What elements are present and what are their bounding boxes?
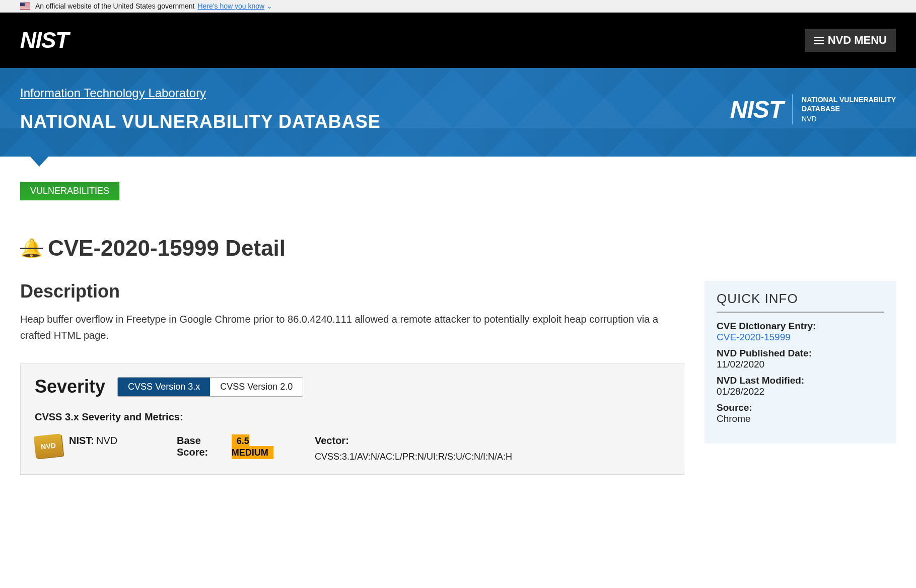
- nist-logo-banner: NIST: [730, 96, 783, 123]
- nvd-label-line2: DATABASE: [802, 104, 896, 113]
- itl-link[interactable]: Information Technology Laboratory: [20, 86, 206, 100]
- severity-panel: Severity CVSS Version 3.x CVSS Version 2…: [20, 363, 684, 475]
- metric-vector: Vector: CVSS:3.1/AV:N/AC:L/PR:N/UI:R/S:U…: [315, 435, 670, 462]
- vulnerabilities-badge[interactable]: VULNERABILITIES: [20, 182, 119, 200]
- cvss-tab-group: CVSS Version 3.x CVSS Version 2.0: [117, 377, 303, 397]
- banner-notch: [30, 157, 48, 167]
- vector-value: CVSS:3.1/AV:N/AC:L/PR:N/UI:R/S:U/C:N/I:N…: [315, 452, 670, 462]
- severity-title: Severity: [35, 376, 105, 397]
- bell-off-icon: 🔔: [20, 238, 43, 259]
- gov-banner-expand-link[interactable]: Here's how you know: [197, 2, 264, 10]
- tab-cvss-v2[interactable]: CVSS Version 2.0: [210, 378, 303, 396]
- dict-entry-label: CVE Dictionary Entry:: [717, 321, 884, 332]
- source-label: Source:: [717, 402, 884, 413]
- tab-cvss-v3[interactable]: CVSS Version 3.x: [118, 378, 210, 396]
- metric-nist: NIST: NVD: [69, 435, 150, 447]
- score-badge[interactable]: 6.5 MEDIUM: [232, 434, 273, 459]
- svg-rect-4: [20, 6, 30, 7]
- modified-date-value: 01/28/2022: [717, 386, 884, 397]
- modified-date-label: NVD Last Modified:: [717, 375, 884, 386]
- divider-line: [792, 94, 793, 124]
- gov-banner-text: An official website of the United States…: [35, 2, 194, 10]
- nist-value: NVD: [96, 435, 117, 447]
- nvd-database-title[interactable]: NATIONAL VULNERABILITY DATABASE: [20, 111, 381, 132]
- description-heading: Description: [20, 281, 684, 302]
- metric-score: Base Score: 6.5 MEDIUM: [177, 435, 288, 458]
- nvd-label-stack: NATIONAL VULNERABILITY DATABASE NVD: [802, 95, 896, 124]
- nvd-badge-icon: NVD: [34, 433, 63, 458]
- quick-info-title: QUICK INFO: [717, 291, 884, 313]
- description-text: Heap buffer overflow in Freetype in Goog…: [20, 311, 684, 343]
- nvd-menu-button[interactable]: NVD MENU: [805, 29, 896, 52]
- banner-logo-block: NIST NATIONAL VULNERABILITY DATABASE NVD: [730, 94, 896, 124]
- svg-rect-7: [20, 3, 25, 6]
- published-date-value: 11/02/2020: [717, 359, 884, 370]
- quick-info-panel: QUICK INFO CVE Dictionary Entry: CVE-202…: [704, 281, 896, 444]
- nist-logo[interactable]: NIST: [20, 28, 68, 53]
- nist-label: NIST:: [69, 435, 94, 447]
- metrics-heading: CVSS 3.x Severity and Metrics:: [35, 411, 670, 423]
- score-label: Base Score:: [177, 435, 230, 458]
- dict-entry-link[interactable]: CVE-2020-15999: [717, 332, 791, 343]
- source-value: Chrome: [717, 413, 884, 424]
- nvd-label-line1: NATIONAL VULNERABILITY: [802, 95, 896, 104]
- nvd-menu-label: NVD MENU: [828, 34, 887, 47]
- chevron-down-icon: ⌄: [266, 2, 272, 10]
- hamburger-icon: [814, 35, 824, 46]
- published-date-label: NVD Published Date:: [717, 348, 884, 359]
- site-header: NIST NVD MENU: [0, 13, 916, 68]
- us-flag-icon: [20, 3, 30, 10]
- svg-rect-6: [20, 8, 30, 9]
- blue-banner: Information Technology Laboratory NATION…: [0, 68, 916, 157]
- page-title-text: CVE-2020-15999 Detail: [48, 236, 286, 261]
- page-title: 🔔 CVE-2020-15999 Detail: [20, 236, 896, 261]
- gov-banner: An official website of the United States…: [0, 0, 916, 13]
- vector-label: Vector:: [315, 435, 670, 447]
- svg-rect-5: [20, 7, 30, 8]
- nvd-label-sub: NVD: [802, 114, 896, 123]
